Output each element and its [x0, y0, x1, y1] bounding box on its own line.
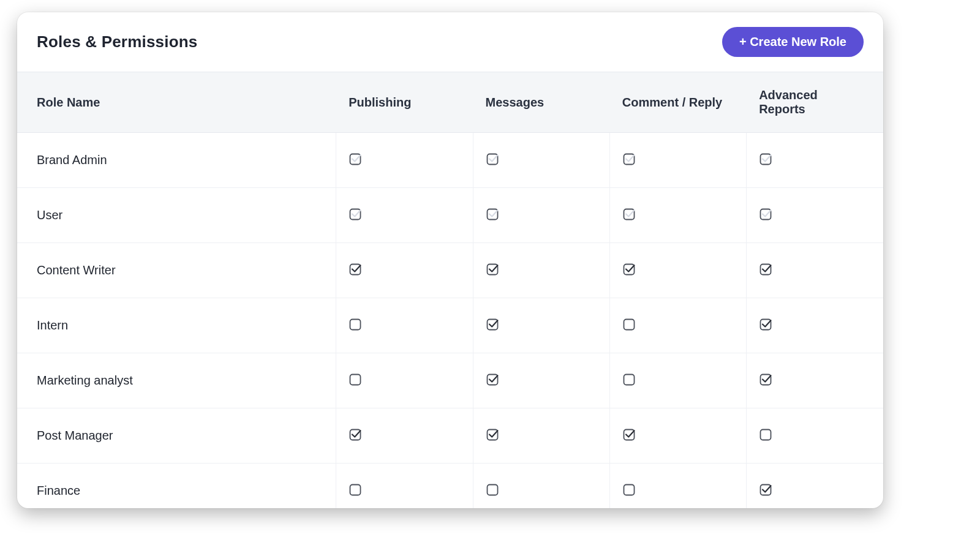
permission-checkbox-icon [622, 206, 637, 221]
svg-rect-24 [350, 485, 361, 495]
permission-checkbox-icon [486, 151, 500, 166]
table-header-row: Role Name Publishing Messages Comment / … [17, 72, 883, 133]
permission-cell [336, 133, 473, 188]
table-row: Finance [17, 464, 883, 509]
permission-checkbox-icon [486, 317, 500, 331]
page-title: Roles & Permissions [37, 32, 197, 51]
permission-checkbox-icon [622, 482, 637, 497]
permission-checkbox-icon [622, 261, 637, 276]
col-header-publishing: Publishing [336, 72, 473, 133]
create-new-role-button[interactable]: + Create New Role [722, 27, 864, 57]
svg-rect-12 [350, 320, 361, 330]
col-header-messages: Messages [473, 72, 609, 133]
permission-cell[interactable] [336, 298, 473, 353]
permission-cell[interactable] [473, 464, 609, 509]
svg-rect-25 [487, 485, 497, 495]
permission-cell[interactable] [473, 243, 609, 298]
permission-checkbox-icon [759, 372, 774, 386]
permission-checkbox-icon [759, 482, 774, 497]
permission-checkbox-icon [349, 206, 363, 221]
permission-cell [609, 133, 746, 188]
col-header-comment-reply: Comment / Reply [609, 72, 746, 133]
permission-checkbox-icon [349, 317, 363, 331]
svg-rect-14 [624, 320, 634, 330]
role-name-cell: Marketing analyst [17, 353, 336, 408]
table-row: Content Writer [17, 243, 883, 298]
panel-header: Roles & Permissions + Create New Role [17, 12, 883, 72]
permission-cell[interactable] [609, 464, 746, 509]
svg-rect-26 [624, 485, 634, 495]
role-name-cell: User [17, 188, 336, 243]
permission-cell[interactable] [747, 464, 883, 509]
permission-checkbox-icon [622, 151, 637, 166]
permission-cell[interactable] [609, 408, 746, 464]
permission-cell [747, 188, 883, 243]
permission-checkbox-icon [486, 427, 500, 441]
role-name-cell: Brand Admin [17, 133, 336, 188]
permission-cell[interactable] [747, 408, 883, 464]
svg-rect-23 [761, 430, 771, 440]
permission-cell[interactable] [336, 353, 473, 408]
permission-cell[interactable] [336, 243, 473, 298]
permission-cell[interactable] [609, 298, 746, 353]
permission-cell [473, 133, 609, 188]
permission-cell [609, 188, 746, 243]
roles-permissions-panel: Roles & Permissions + Create New Role Ro… [17, 12, 883, 508]
permission-checkbox-icon [759, 206, 774, 221]
permission-cell[interactable] [336, 408, 473, 464]
role-name-cell: Content Writer [17, 243, 336, 298]
permission-checkbox-icon [486, 206, 500, 221]
create-new-role-label: + Create New Role [739, 35, 846, 49]
table-row: User [17, 188, 883, 243]
permission-cell [336, 188, 473, 243]
permission-checkbox-icon [622, 317, 637, 331]
permission-checkbox-icon [349, 427, 363, 441]
permission-checkbox-icon [486, 261, 500, 276]
permission-checkbox-icon [349, 261, 363, 276]
table-row: Brand Admin [17, 133, 883, 188]
permission-checkbox-icon [486, 372, 500, 386]
roles-table: Role Name Publishing Messages Comment / … [17, 72, 883, 508]
permission-cell[interactable] [473, 353, 609, 408]
col-header-advanced-reports: Advanced Reports [747, 72, 883, 133]
permission-cell[interactable] [609, 243, 746, 298]
permission-cell[interactable] [609, 353, 746, 408]
permission-checkbox-icon [622, 372, 637, 386]
permission-cell[interactable] [473, 408, 609, 464]
permission-checkbox-icon [349, 151, 363, 166]
permission-checkbox-icon [349, 482, 363, 497]
permission-cell[interactable] [747, 353, 883, 408]
permission-cell[interactable] [747, 243, 883, 298]
svg-rect-18 [624, 375, 634, 385]
permission-checkbox-icon [759, 317, 774, 331]
table-row: Post Manager [17, 408, 883, 464]
permission-cell[interactable] [336, 464, 473, 509]
permission-cell[interactable] [747, 298, 883, 353]
permission-checkbox-icon [759, 151, 774, 166]
role-name-cell: Intern [17, 298, 336, 353]
permission-cell[interactable] [473, 298, 609, 353]
role-name-cell: Post Manager [17, 408, 336, 464]
permission-checkbox-icon [486, 482, 500, 497]
permission-checkbox-icon [349, 372, 363, 386]
table-row: Marketing analyst [17, 353, 883, 408]
role-name-cell: Finance [17, 464, 336, 509]
permission-checkbox-icon [759, 261, 774, 276]
permission-checkbox-icon [759, 427, 774, 441]
svg-rect-16 [350, 375, 361, 385]
col-header-role-name: Role Name [17, 72, 336, 133]
permission-cell [473, 188, 609, 243]
permission-checkbox-icon [622, 427, 637, 441]
table-row: Intern [17, 298, 883, 353]
permission-cell [747, 133, 883, 188]
